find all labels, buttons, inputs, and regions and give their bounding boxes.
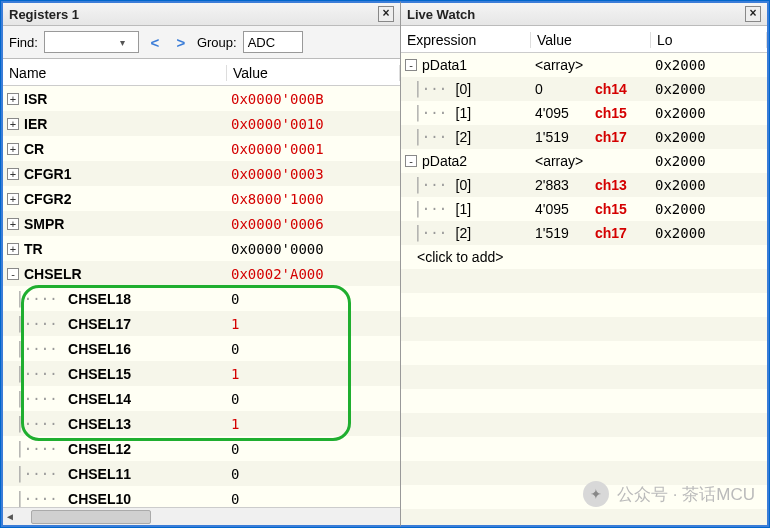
channel-annotation: ch17 [595,129,627,145]
registers-panel: Registers 1 × Find: ▾ < > Group: ADC Nam… [1,1,401,527]
tree-line: │···· [7,366,66,382]
register-value: 0x0000'0006 [227,216,400,232]
watch-child-row[interactable]: │··· [2]1'519ch170x2000 [401,125,767,149]
register-bit-row[interactable]: │···· CHSEL160 [3,336,400,361]
register-value: 0 [227,491,400,507]
register-row[interactable]: -CHSELR0x0002'A000 [3,261,400,286]
h-scrollbar[interactable]: ◄ [3,507,400,525]
bit-name: CHSEL18 [66,291,131,307]
register-bit-row[interactable]: │···· CHSEL180 [3,286,400,311]
watch-name: [2] [456,225,472,241]
expand-icon[interactable]: + [7,118,19,130]
tree-line: │···· [7,316,66,332]
col-value[interactable]: Value [227,65,400,81]
register-bit-row[interactable]: │···· CHSEL131 [3,411,400,436]
register-bit-row[interactable]: │···· CHSEL151 [3,361,400,386]
group-select[interactable]: ADC [243,31,303,53]
tree-line: │··· [405,129,456,145]
register-row[interactable]: +SMPR0x0000'0006 [3,211,400,236]
collapse-icon[interactable]: - [405,155,417,167]
watch-location: 0x2000 [651,201,767,217]
bit-name: CHSEL15 [66,366,131,382]
tree-line: │···· [7,491,66,507]
register-value: 0 [227,441,400,457]
watch-child-row[interactable]: │··· [1]4'095ch150x2000 [401,197,767,221]
chevron-down-icon[interactable]: ▾ [117,37,129,48]
registers-body[interactable]: +ISR0x0000'000B+IER0x0000'0010+CR0x0000'… [3,86,400,507]
watch-child-row[interactable]: │··· [1]4'095ch150x2000 [401,101,767,125]
watch-child-row[interactable]: │··· [0]0ch140x2000 [401,77,767,101]
watch-value: 4'095ch15 [531,201,651,217]
register-value: 0x8000'1000 [227,191,400,207]
registers-title: Registers 1 [9,7,79,22]
tree-line: │··· [405,177,456,193]
watch-location: 0x2000 [651,153,767,169]
watch-row[interactable]: -pData2<array>0x2000 [401,149,767,173]
register-value: 0 [227,391,400,407]
watch-name: [0] [456,81,472,97]
register-bit-row[interactable]: │···· CHSEL140 [3,386,400,411]
channel-annotation: ch13 [595,177,627,193]
scroll-left-icon[interactable]: ◄ [3,511,17,522]
bit-name: CHSEL13 [66,416,131,432]
find-input-wrapper[interactable]: ▾ [44,31,139,53]
collapse-icon[interactable]: - [405,59,417,71]
register-name: CR [24,141,44,157]
col-location[interactable]: Lo [651,32,767,48]
watch-location: 0x2000 [651,105,767,121]
collapse-icon[interactable]: - [7,268,19,280]
col-expression[interactable]: Expression [401,32,531,48]
watch-row[interactable]: -pData1<array>0x2000 [401,53,767,77]
col-value[interactable]: Value [531,32,651,48]
register-bit-row[interactable]: │···· CHSEL171 [3,311,400,336]
register-value: 0x0000'0001 [227,141,400,157]
register-name: CHSELR [24,266,82,282]
watch-location: 0x2000 [651,129,767,145]
register-row[interactable]: +ISR0x0000'000B [3,86,400,111]
next-button[interactable]: > [171,32,191,52]
register-value: 0 [227,466,400,482]
register-row[interactable]: +CFGR20x8000'1000 [3,186,400,211]
expand-icon[interactable]: + [7,143,19,155]
find-label: Find: [9,35,38,50]
watch-name: [2] [456,129,472,145]
channel-annotation: ch14 [595,81,627,97]
expand-icon[interactable]: + [7,168,19,180]
expand-icon[interactable]: + [7,218,19,230]
watch-child-row[interactable]: │··· [0]2'883ch130x2000 [401,173,767,197]
register-value: 0 [227,291,400,307]
watch-body[interactable]: -pData1<array>0x2000 │··· [0]0ch140x2000… [401,53,767,525]
register-row[interactable]: +CR0x0000'0001 [3,136,400,161]
watch-value: 0ch14 [531,81,651,97]
bit-name: CHSEL10 [66,491,131,507]
col-name[interactable]: Name [3,65,227,81]
register-name: CFGR1 [24,166,71,182]
watch-child-row[interactable]: │··· [2]1'519ch170x2000 [401,221,767,245]
register-bit-row[interactable]: │···· CHSEL110 [3,461,400,486]
prev-button[interactable]: < [145,32,165,52]
watermark-text: 公众号 · 茶话MCU [617,483,755,506]
expand-icon[interactable]: + [7,243,19,255]
watch-value: 1'519ch17 [531,129,651,145]
register-row[interactable]: +TR0x0000'0000 [3,236,400,261]
register-bit-row[interactable]: │···· CHSEL120 [3,436,400,461]
registers-columns: Name Value [3,59,400,86]
live-watch-panel: Live Watch × Expression Value Lo -pData1… [401,1,769,527]
watch-name: <click to add> [417,249,503,265]
scroll-thumb[interactable] [31,510,151,524]
register-row[interactable]: +CFGR10x0000'0003 [3,161,400,186]
watch-name: pData2 [422,153,467,169]
expand-icon[interactable]: + [7,93,19,105]
find-input[interactable] [47,35,117,49]
close-icon[interactable]: × [745,6,761,22]
tree-line: │··· [405,81,456,97]
watch-value: 2'883ch13 [531,177,651,193]
watch-add-row[interactable]: <click to add> [401,245,767,269]
expand-icon[interactable]: + [7,193,19,205]
register-bit-row[interactable]: │···· CHSEL100 [3,486,400,507]
register-value: 0x0000'000B [227,91,400,107]
close-icon[interactable]: × [378,6,394,22]
tree-line: │··· [405,225,456,241]
register-value: 0 [227,341,400,357]
register-row[interactable]: +IER0x0000'0010 [3,111,400,136]
